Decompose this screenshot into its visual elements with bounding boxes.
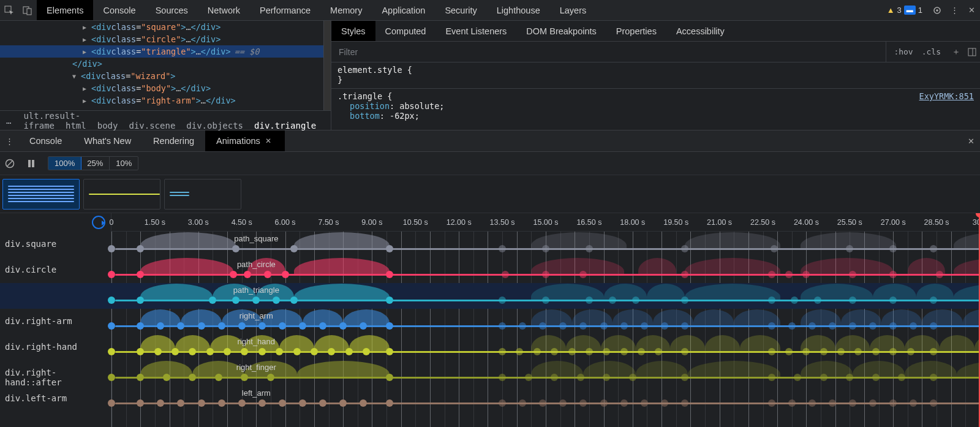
- close-devtools-icon[interactable]: ✕: [963, 6, 980, 15]
- computed-toggle-icon[interactable]: [964, 48, 980, 56]
- keyframe[interactable]: [525, 374, 532, 381]
- keyframe[interactable]: [360, 322, 367, 330]
- keyframe[interactable]: [768, 322, 775, 330]
- styles-tab-properties[interactable]: Properties: [606, 21, 666, 41]
- keyframe[interactable]: [258, 322, 266, 330]
- keyframe[interactable]: [600, 399, 608, 407]
- keyframe[interactable]: [198, 322, 205, 330]
- keyframe[interactable]: [230, 271, 237, 278]
- keyframe[interactable]: [849, 322, 856, 330]
- speed-100pct[interactable]: 100%: [48, 156, 81, 170]
- keyframe[interactable]: [785, 348, 793, 355]
- keyframe[interactable]: [771, 245, 778, 252]
- breadcrumb-overflow[interactable]: …: [6, 116, 12, 126]
- keyframe[interactable]: [641, 322, 648, 330]
- keyframe[interactable]: [238, 399, 246, 407]
- keyframe[interactable]: [849, 271, 856, 278]
- keyframe[interactable]: [137, 348, 144, 355]
- keyframe[interactable]: [244, 271, 251, 278]
- keyframe[interactable]: [586, 297, 593, 304]
- close-tab-icon[interactable]: ✕: [265, 137, 274, 145]
- keyframe[interactable]: [568, 348, 576, 355]
- keyframe[interactable]: [846, 245, 853, 252]
- keyframe[interactable]: [910, 399, 917, 407]
- keyframe[interactable]: [872, 374, 880, 381]
- keyframe[interactable]: [293, 348, 301, 355]
- breadcrumb-item[interactable]: div.objects: [186, 121, 243, 130]
- keyframe[interactable]: [218, 399, 225, 407]
- keyframe[interactable]: [499, 348, 506, 355]
- keyframe[interactable]: [189, 374, 196, 381]
- keyframe[interactable]: [282, 271, 289, 278]
- main-tab-performance[interactable]: Performance: [250, 0, 320, 20]
- main-tab-elements[interactable]: Elements: [37, 0, 93, 20]
- keyframe[interactable]: [794, 374, 801, 381]
- keyframe[interactable]: [586, 348, 593, 355]
- keyframe[interactable]: [519, 322, 526, 330]
- main-tab-security[interactable]: Security: [435, 0, 486, 20]
- keyframe[interactable]: [539, 322, 546, 330]
- main-tab-sources[interactable]: Sources: [146, 0, 198, 20]
- keyframe[interactable]: [276, 348, 283, 355]
- timeline-ruler[interactable]: 01.50 s3.00 s4.50 s6.00 s7.50 s9.00 s10.…: [111, 213, 980, 232]
- main-tab-layers[interactable]: Layers: [550, 0, 597, 20]
- dom-minimap[interactable]: [323, 21, 331, 110]
- keyframe[interactable]: [661, 322, 668, 330]
- keyframe[interactable]: [889, 399, 897, 407]
- keyframe[interactable]: [232, 245, 239, 252]
- keyframe[interactable]: [768, 271, 775, 278]
- dom-tree[interactable]: ▶<div class="square">…</div>▶<div class=…: [0, 21, 331, 130]
- keyframe[interactable]: [241, 374, 248, 381]
- breadcrumb-item[interactable]: body: [97, 121, 118, 130]
- keyframe[interactable]: [829, 322, 836, 330]
- drawer-tab-rendering[interactable]: Rendering: [142, 130, 205, 151]
- speed-25pct[interactable]: 25%: [81, 157, 110, 170]
- speed-10pct[interactable]: 10%: [110, 157, 138, 170]
- keyframe[interactable]: [137, 399, 144, 407]
- animation-track[interactable]: path_square: [111, 232, 980, 257]
- replay-icon[interactable]: [92, 216, 105, 229]
- keyframe[interactable]: [363, 348, 370, 355]
- keyframe[interactable]: [930, 374, 937, 381]
- keyframe[interactable]: [328, 348, 335, 355]
- keyframe[interactable]: [829, 399, 836, 407]
- styles-tab-computed[interactable]: Computed: [375, 21, 436, 41]
- keyframe[interactable]: [516, 348, 523, 355]
- keyframe[interactable]: [600, 322, 608, 330]
- main-tab-console[interactable]: Console: [93, 0, 145, 20]
- keyframe[interactable]: [386, 245, 393, 252]
- keyframe[interactable]: [279, 322, 286, 330]
- keyframe[interactable]: [791, 297, 798, 304]
- keyframe[interactable]: [609, 297, 616, 304]
- keyframe[interactable]: [809, 322, 816, 330]
- keyframe[interactable]: [542, 271, 549, 278]
- keyframe[interactable]: [620, 348, 628, 355]
- keyframe[interactable]: [386, 322, 393, 330]
- drawer-more-icon[interactable]: ⋮: [0, 137, 18, 146]
- keyframe[interactable]: [930, 322, 937, 330]
- keyframe[interactable]: [189, 348, 196, 355]
- keyframe[interactable]: [930, 399, 937, 407]
- keyframe[interactable]: [311, 348, 318, 355]
- keyframe[interactable]: [629, 374, 636, 381]
- element-style-rule[interactable]: element.style { }: [337, 65, 974, 85]
- keyframe[interactable]: [137, 374, 144, 381]
- keyframe[interactable]: [108, 271, 115, 278]
- keyframe[interactable]: [215, 374, 222, 381]
- keyframe[interactable]: [232, 297, 239, 304]
- keyframe[interactable]: [137, 245, 144, 252]
- keyframe[interactable]: [499, 245, 506, 252]
- keyframe[interactable]: [502, 271, 509, 278]
- keyframe[interactable]: [177, 399, 184, 407]
- animation-group[interactable]: [2, 179, 80, 210]
- animation-timeline[interactable]: div.squarediv.circlediv.trianglediv.righ…: [0, 213, 980, 427]
- main-tab-lighthouse[interactable]: Lighthouse: [487, 0, 550, 20]
- pause-icon[interactable]: [27, 159, 36, 168]
- keyframe[interactable]: [339, 322, 347, 330]
- keyframe[interactable]: [632, 297, 639, 304]
- keyframe[interactable]: [299, 399, 306, 407]
- keyframe[interactable]: [542, 245, 549, 252]
- keyframe[interactable]: [273, 297, 280, 304]
- device-toggle-icon[interactable]: [18, 0, 37, 21]
- keyframe[interactable]: [849, 297, 856, 304]
